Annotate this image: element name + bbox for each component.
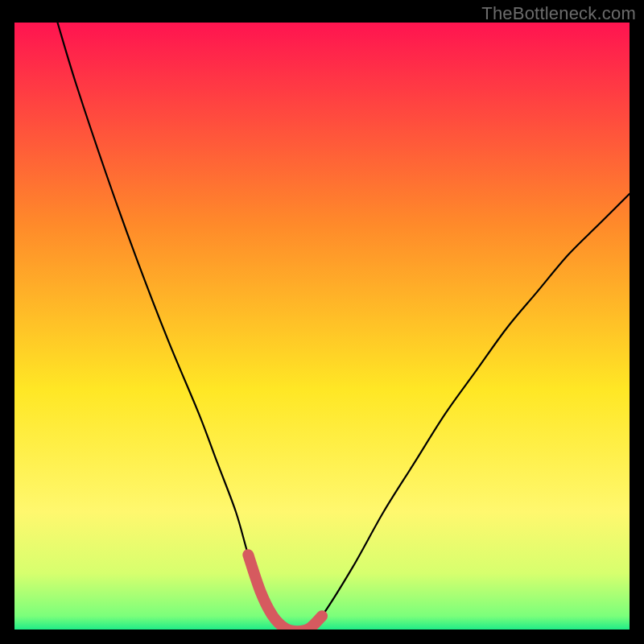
plot-background <box>14 23 630 634</box>
bottleneck-chart <box>0 0 644 644</box>
chart-frame: TheBottleneck.com <box>0 0 644 644</box>
watermark-text: TheBottleneck.com <box>481 3 636 24</box>
